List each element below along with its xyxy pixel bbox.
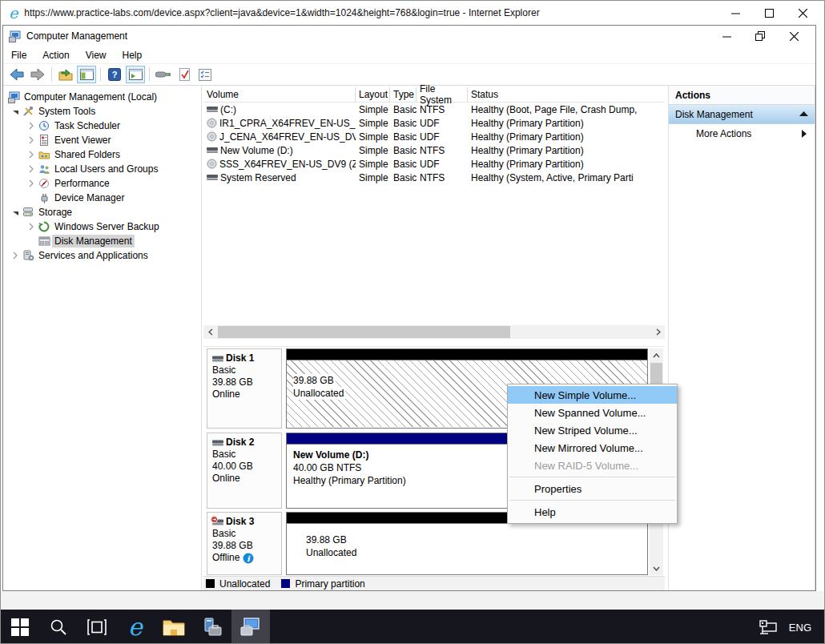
- checklist-button[interactable]: [195, 66, 215, 83]
- tree-item-storage[interactable]: Storage: [3, 205, 201, 219]
- ie-minimize-button[interactable]: [718, 2, 752, 23]
- tree-item-device-manager[interactable]: Device Manager: [3, 191, 201, 205]
- tree-item-disk-management[interactable]: Disk Management: [3, 234, 201, 248]
- backup-icon: [38, 221, 52, 232]
- chevron-expanded-icon[interactable]: [8, 108, 22, 115]
- cd-volume-icon: [207, 131, 217, 142]
- ie-close-button[interactable]: [786, 2, 819, 23]
- screen: e https://www.practice-labs.com/device.a…: [0, 0, 825, 644]
- chevron-collapsed-icon[interactable]: [24, 136, 38, 144]
- disk-volume-icon: [207, 105, 218, 114]
- more-actions-item[interactable]: More Actions: [669, 124, 815, 143]
- disk-volume-icon: [207, 173, 218, 182]
- menu-item-properties[interactable]: Properties: [508, 480, 677, 497]
- forward-button[interactable]: [28, 66, 47, 83]
- windows-logo-icon: [11, 618, 29, 636]
- menu-help[interactable]: Help: [115, 47, 151, 63]
- volume-row[interactable]: System Reserved Simple Basic NTFS Health…: [203, 171, 665, 184]
- menu-action[interactable]: Action: [34, 47, 77, 63]
- column-header-file-system[interactable]: File System: [417, 87, 468, 102]
- menu-item-new-mirrored-volume[interactable]: New Mirrored Volume...: [508, 439, 677, 457]
- tree-item-local-users-and-groups[interactable]: Local Users and Groups: [3, 162, 201, 176]
- hdd-icon: [212, 439, 223, 447]
- chevron-collapsed-icon[interactable]: [24, 223, 38, 231]
- tree-item-event-viewer[interactable]: Event Viewer: [3, 133, 201, 147]
- tree-item-computer-management[interactable]: Computer Management (Local): [3, 90, 201, 104]
- search-button[interactable]: [39, 610, 78, 644]
- column-header-layout[interactable]: Layout: [356, 87, 390, 102]
- info-icon[interactable]: i: [243, 553, 254, 564]
- system-tools-icon: [22, 106, 36, 117]
- cm-close-button[interactable]: [777, 26, 811, 46]
- menu-file[interactable]: File: [3, 47, 34, 63]
- check-document-button[interactable]: [175, 66, 194, 83]
- document-check-icon: [179, 68, 191, 81]
- cm-minimize-button[interactable]: [710, 26, 743, 46]
- taskbar-tray: ENG: [759, 610, 824, 644]
- disk-3-label[interactable]: Disk 3 Basic 39.88 GB Offlinei: [207, 512, 282, 575]
- input-indicator-icon[interactable]: [759, 620, 778, 634]
- disk-2-label[interactable]: Disk 2 Basic 40.00 GB Online: [207, 433, 282, 509]
- language-indicator[interactable]: ENG: [789, 622, 811, 634]
- volume-row[interactable]: J_CENA_X64FREV_EN-US_DV5 (X:) Simple Bas…: [203, 130, 665, 143]
- collapse-arrow-icon[interactable]: [799, 111, 808, 117]
- unallocated-legend-swatch: [206, 579, 215, 588]
- show-action-pane-button[interactable]: [126, 66, 145, 83]
- back-button[interactable]: [7, 66, 26, 83]
- scroll-up-arrow[interactable]: [650, 348, 663, 362]
- ie-maximize-button[interactable]: [752, 2, 786, 23]
- column-header-status[interactable]: Status: [468, 87, 665, 102]
- export-list-button[interactable]: [56, 66, 75, 83]
- help-button[interactable]: ?: [105, 66, 124, 83]
- menu-item-new-striped-volume[interactable]: New Striped Volume...: [508, 421, 677, 439]
- volume-row[interactable]: SSS_X64FREV_EN-US_DV9 (Z:) Simple Basic …: [203, 157, 665, 171]
- chevron-collapsed-icon[interactable]: [24, 179, 38, 187]
- task-view-button[interactable]: [78, 610, 116, 644]
- scroll-down-arrow[interactable]: [650, 561, 663, 575]
- horizontal-scrollbar-thumb[interactable]: [218, 326, 510, 338]
- cm-restore-button[interactable]: [743, 26, 777, 46]
- chevron-collapsed-icon[interactable]: [24, 165, 38, 173]
- menu-view[interactable]: View: [78, 47, 115, 63]
- scroll-right-arrow[interactable]: [651, 325, 665, 339]
- internet-explorer-taskbar-button[interactable]: e: [116, 610, 155, 644]
- volume-row[interactable]: (C:) Simple Basic NTFS Healthy (Boot, Pa…: [203, 103, 665, 116]
- horizontal-scrollbar[interactable]: [203, 325, 665, 339]
- server-manager-taskbar-button[interactable]: [193, 610, 231, 644]
- disk-1-label[interactable]: Disk 1 Basic 39.88 GB Online: [207, 348, 282, 429]
- start-button[interactable]: [1, 610, 39, 644]
- chevron-collapsed-icon[interactable]: [24, 151, 38, 159]
- column-header-type[interactable]: Type: [390, 87, 417, 102]
- column-header-volume[interactable]: Volume: [203, 87, 356, 102]
- tree-item-shared-folders[interactable]: Shared Folders: [3, 147, 201, 162]
- menu-separator: [509, 500, 675, 501]
- tree-item-services-and-applications[interactable]: Services and Applications: [3, 248, 201, 263]
- remote-connection-button[interactable]: [154, 66, 173, 83]
- menu-item-new-simple-volume[interactable]: New Simple Volume...: [508, 386, 677, 404]
- actions-group-disk-management[interactable]: Disk Management: [669, 105, 815, 124]
- tree-item-windows-server-backup[interactable]: Windows Server Backup: [3, 219, 201, 234]
- performance-icon: [38, 178, 52, 189]
- scroll-left-arrow[interactable]: [203, 325, 217, 339]
- actions-pane: Actions Disk Management More Actions: [668, 86, 815, 590]
- computer-management-taskbar-button[interactable]: [231, 610, 270, 644]
- unallocated-band: [287, 349, 647, 360]
- main-area: Computer Management (Local) System Tools…: [3, 86, 815, 590]
- tree-item-performance[interactable]: Performance: [3, 176, 201, 191]
- chevron-expanded-icon[interactable]: [8, 209, 22, 216]
- toolbar-separator: [149, 67, 150, 82]
- tree-item-system-tools[interactable]: System Tools: [3, 104, 201, 119]
- volume-row[interactable]: IR1_CPRA_X64FREV_EN-US_DV5 (Y:) Simple B…: [203, 116, 665, 130]
- volume-list: Volume Layout Type File System Status (C…: [203, 87, 665, 184]
- show-console-tree-button[interactable]: [77, 66, 96, 83]
- services-icon: [22, 250, 36, 261]
- chevron-collapsed-icon[interactable]: [24, 122, 38, 130]
- ie-window-controls: [718, 1, 819, 25]
- tree-item-task-scheduler[interactable]: Task Scheduler: [3, 119, 201, 133]
- volume-row[interactable]: New Volume (D:) Simple Basic NTFS Health…: [203, 143, 665, 157]
- chevron-collapsed-icon[interactable]: [8, 252, 22, 260]
- menu-item-new-spanned-volume[interactable]: New Spanned Volume...: [508, 404, 677, 421]
- shared-folders-icon: [38, 149, 52, 160]
- file-explorer-taskbar-button[interactable]: [155, 610, 193, 644]
- menu-item-help[interactable]: Help: [508, 503, 677, 521]
